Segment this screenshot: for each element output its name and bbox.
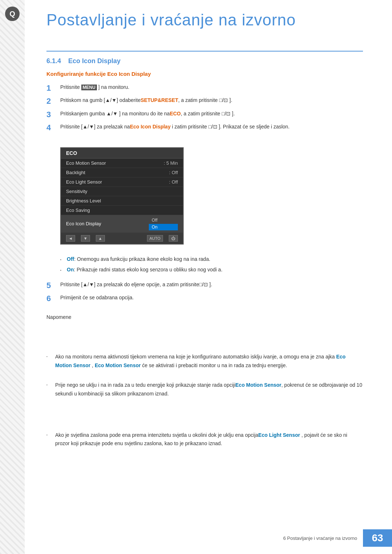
- eco-menu-item-icon-display: Eco Icon Display Off On: [61, 215, 183, 233]
- step-text-4: Pritisnite [▲/▼] za prelazak naEco Icon …: [60, 123, 363, 131]
- note-1-text: Ako na monitoru nema aktivnosti tijekom …: [55, 353, 363, 370]
- bullet-on: • On: Prikazuje radni status ekolo kog s…: [60, 266, 363, 274]
- steps-5-6-list: 5 Pritisnite [▲/▼] za prelazak do eljene…: [46, 281, 363, 304]
- eco-menu-item-brightness: Brightness Level: [61, 196, 183, 206]
- chapter-icon: Q: [5, 7, 20, 21]
- page-title: Postavljanje i vraćanje na izvorno: [46, 11, 363, 29]
- eco-btn-auto: AUTO: [147, 235, 163, 242]
- note2-eco-motion: Eco Motion Sensor: [236, 382, 282, 388]
- note-1: • Ako na monitoru nema aktivnosti tijeko…: [46, 353, 363, 370]
- eco-menu-screenshot: ECO Eco Motion Sensor : 5 Min Backlight …: [60, 147, 184, 245]
- eco-icon-dropdown: Off On: [149, 217, 178, 231]
- notes-spacer-2: [46, 409, 363, 431]
- step-number-6: 6: [46, 294, 60, 303]
- off-term: Off: [67, 256, 74, 262]
- eco-menu-item-sensitivity: Sensitivity: [61, 187, 183, 196]
- eco-icon-display-label: Eco Icon Display: [130, 124, 171, 130]
- footer: 6 Postavljanje i vraćanje na izvorno 63: [0, 529, 392, 547]
- step-1: 1 Pritisnite MENU ] na monitoru.: [46, 83, 363, 93]
- eco-menu-item-saving: Eco Saving: [61, 206, 183, 215]
- left-decorative-bar: Q: [0, 0, 25, 554]
- eco-btn-nav: ▼: [81, 235, 90, 242]
- bullet-on-text: On: Prikazuje radni status ekolo kog sen…: [67, 266, 222, 274]
- note-3: • Ako je svjetlina zaslona pode ena prem…: [46, 431, 363, 448]
- step-number-4: 4: [46, 123, 60, 132]
- eco-menu-bottom-bar: ◄ ▼ ▲ AUTO ⏻: [61, 233, 183, 244]
- eco-menu-item-motion-sensor: Eco Motion Sensor : 5 Min: [61, 159, 183, 168]
- menu-label: MENU: [81, 85, 97, 90]
- section-heading: 6.1.4 Eco Icon Display: [46, 57, 363, 65]
- note3-eco-light: Eco Light Sensor: [258, 432, 300, 438]
- note-2-text: Prije nego se uklju i na in rada za u te…: [55, 381, 363, 398]
- eco-btn-up: ▲: [96, 235, 105, 242]
- eco-menu-item-backlight: Backlight : Off: [61, 168, 183, 177]
- notes-label: Napomene: [46, 314, 363, 320]
- note1-eco-motion-2: Eco Motion Sensor: [95, 362, 141, 368]
- main-content: Postavljanje i vraćanje na izvorno 6.1.4…: [25, 0, 392, 488]
- step-number-5: 5: [46, 281, 60, 290]
- step-5: 5 Pritisnite [▲/▼] za prelazak do eljene…: [46, 281, 363, 290]
- step-text-3: Pritiskanjem gumba ▲/▼ ] na monitoru do …: [60, 110, 363, 118]
- on-term: On: [67, 267, 74, 272]
- note-3-text: Ako je svjetlina zaslona pode ena prema …: [55, 431, 363, 448]
- eco-menu-item-light-sensor: Eco Light Sensor : Off: [61, 177, 183, 187]
- eco-menu-title: ECO: [61, 148, 183, 159]
- section-divider: [46, 51, 363, 52]
- notes-section: Napomene • Ako na monitoru nema aktivnos…: [46, 314, 363, 448]
- bullet-off-text: Off: Onemogu ava funkciju prikaza ikone …: [67, 255, 210, 263]
- eco-btn-back: ◄: [66, 235, 75, 242]
- step-text-2: Pritiskom na gumb [▲/▼] odaberiteSETUP&R…: [60, 97, 363, 104]
- footer-page-number: 63: [363, 529, 392, 547]
- step-text-6: Primijenit će se odabrana opcija.: [60, 294, 363, 301]
- note-2: • Prije nego se uklju i na in rada za u …: [46, 381, 363, 398]
- eco-btn-power: ⏻: [169, 235, 178, 242]
- footer-chapter-text: 6 Postavljanje i vraćanje na izvorno: [283, 535, 357, 541]
- step-number-3: 3: [46, 110, 60, 119]
- step-4: 4 Pritisnite [▲/▼] za prelazak naEco Ico…: [46, 123, 363, 132]
- dropdown-on: On: [149, 224, 178, 230]
- option-bullets-list: • Off: Onemogu ava funkciju prikaza ikon…: [60, 255, 363, 274]
- setup-reset-label: SETUP&RESET: [140, 97, 178, 103]
- step-3: 3 Pritiskanjem gumba ▲/▼ ] na monitoru d…: [46, 110, 363, 119]
- eco-label: ECO: [170, 111, 181, 116]
- step-6: 6 Primijenit će se odabrana opcija.: [46, 294, 363, 303]
- notes-spacer: [46, 331, 363, 353]
- step-number-1: 1: [46, 83, 60, 93]
- eco-menu: ECO Eco Motion Sensor : 5 Min Backlight …: [60, 147, 184, 245]
- sub-heading: Konfiguriranje funkcije Eco Icon Display: [46, 71, 363, 77]
- dropdown-off: Off: [149, 217, 178, 223]
- step-text-5: Pritisnite [▲/▼] za prelazak do eljene o…: [60, 281, 363, 288]
- bullet-off: • Off: Onemogu ava funkciju prikaza ikon…: [60, 255, 363, 263]
- steps-list: 1 Pritisnite MENU ] na monitoru. 2 Priti…: [46, 83, 363, 133]
- step-number-2: 2: [46, 97, 60, 106]
- step-text-1: Pritisnite MENU ] na monitoru.: [60, 83, 363, 91]
- step-2: 2 Pritiskom na gumb [▲/▼] odaberiteSETUP…: [46, 97, 363, 106]
